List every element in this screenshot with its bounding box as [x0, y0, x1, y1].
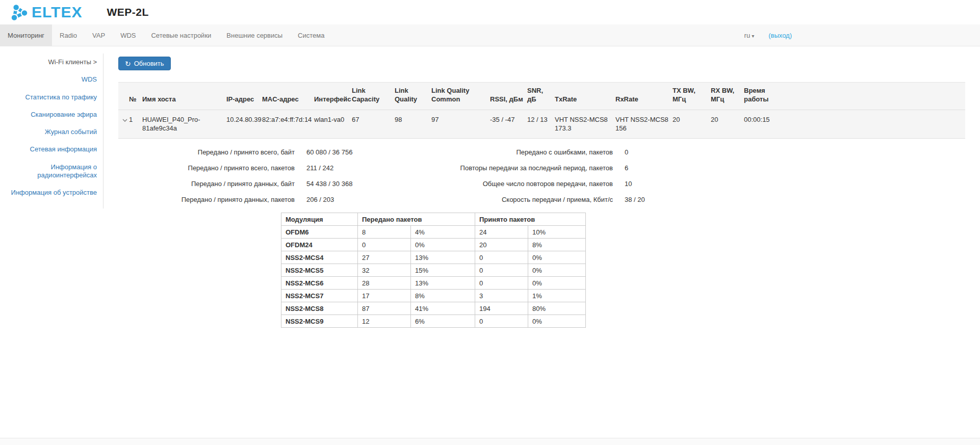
- rx-pct: 0%: [528, 315, 586, 328]
- refresh-button-label: Обновить: [134, 60, 164, 67]
- stat-label: Скорость передачи / приема, Кбит/с: [423, 192, 613, 208]
- clients-header-row: № Имя хоста IP-адрес MAC-адрес Интерфейс…: [118, 83, 965, 110]
- client-snr: 12 / 13: [527, 110, 555, 138]
- tab-radio[interactable]: Radio: [52, 24, 85, 46]
- modulation-row: NSS2-MCS9 12 6% 0 0%: [281, 315, 586, 328]
- stat-label: Повторы передачи за последний период, па…: [423, 161, 613, 176]
- rx-count: 0: [475, 277, 528, 290]
- expander-column-header: [118, 83, 129, 110]
- eltex-logo-icon: [9, 3, 30, 22]
- sidebar-item-network-info[interactable]: Сетевая информация: [0, 141, 103, 158]
- col-hostname: Имя хоста: [142, 83, 226, 110]
- client-row[interactable]: 1 HUAWEI_P40_Pro-81afe9c34a 10.24.80.39 …: [118, 110, 965, 138]
- modulation-name: NSS2-MCS7: [281, 290, 358, 302]
- col-interface: Интерфейс: [314, 83, 352, 110]
- stat-label: Передано / принято всего, байт: [118, 145, 295, 161]
- mod-col-rx: Принято пакетов: [475, 213, 586, 226]
- sidebar-item-radio-interfaces-info[interactable]: Информация о радиоинтерфейсах: [0, 159, 103, 185]
- sidebar-item-event-log[interactable]: Журнал событий: [0, 123, 103, 141]
- tx-pct: 15%: [411, 264, 475, 277]
- stat-value: 0: [613, 145, 965, 161]
- tab-vap[interactable]: VAP: [85, 24, 113, 46]
- tab-wds[interactable]: WDS: [113, 24, 143, 46]
- sidebar-item-traffic-statistics[interactable]: Статистика по трафику: [0, 89, 103, 106]
- tx-count: 27: [358, 251, 411, 264]
- stat-label: Передано с ошибками, пакетов: [423, 145, 613, 161]
- tab-system[interactable]: Система: [290, 24, 332, 46]
- rx-count: 0: [475, 315, 528, 328]
- rx-pct: 1%: [528, 290, 586, 302]
- tx-count: 32: [358, 264, 411, 277]
- refresh-button[interactable]: ↻ Обновить: [118, 57, 171, 70]
- rx-count: 24: [475, 226, 528, 239]
- rx-count: 3: [475, 290, 528, 302]
- sidebar-item-device-info[interactable]: Информация об устройстве: [0, 184, 103, 201]
- stat-label: Передано / принято всего, пакетов: [118, 161, 295, 176]
- tx-pct: 6%: [411, 315, 475, 328]
- language-value: ru: [744, 32, 751, 39]
- modulation-table-wrap: Модуляция Передано пакетов Принято пакет…: [281, 213, 965, 328]
- chevron-down-icon: [122, 119, 127, 122]
- client-rx-bw: 20: [711, 110, 744, 138]
- tx-count: 0: [358, 239, 411, 251]
- tx-count: 12: [358, 315, 411, 328]
- rx-pct: 0%: [528, 264, 586, 277]
- col-rx-bw: RX BW, МГц: [711, 83, 744, 110]
- nav-right: ru▾ (выход): [744, 24, 792, 46]
- stat-value: 60 080 / 36 756: [295, 145, 423, 161]
- client-num: 1: [129, 110, 142, 138]
- sidebar-item-wifi-clients[interactable]: Wi-Fi клиенты >: [0, 54, 103, 71]
- client-rxrate: VHT NSS2-MCS8 156: [615, 110, 673, 138]
- rx-count: 0: [475, 251, 528, 264]
- stat-value: 54 438 / 30 368: [295, 176, 423, 192]
- col-tx-bw: TX BW, МГц: [673, 83, 711, 110]
- language-dropdown[interactable]: ru▾: [744, 32, 755, 39]
- stat-value: 6: [613, 161, 965, 176]
- row-expander[interactable]: [118, 110, 129, 138]
- client-mac: 82:a7:e4:ff:7d:14: [262, 110, 314, 138]
- col-snr: SNR, дБ: [527, 83, 555, 110]
- sidebar-item-air-scan[interactable]: Сканирование эфира: [0, 106, 103, 123]
- rx-pct: 8%: [528, 239, 586, 251]
- top-navbar: Мониторинг Radio VAP WDS Сетевые настрой…: [0, 24, 980, 46]
- nav-tabs: Мониторинг Radio VAP WDS Сетевые настрой…: [0, 24, 332, 46]
- modulation-row: OFDM6 8 4% 24 10%: [281, 226, 586, 239]
- modulation-name: OFDM6: [281, 226, 358, 239]
- rx-count: 20: [475, 239, 528, 251]
- mod-col-modulation: Модуляция: [281, 213, 358, 226]
- col-rssi: RSSI, дБм: [490, 83, 527, 110]
- rx-pct: 0%: [528, 277, 586, 290]
- tx-count: 8: [358, 226, 411, 239]
- modulation-row: NSS2-MCS7 17 8% 3 1%: [281, 290, 586, 302]
- logout-link[interactable]: (выход): [768, 32, 792, 39]
- col-uptime: Время работы: [744, 83, 965, 110]
- stat-value: 38 / 20: [613, 192, 965, 208]
- tab-network-settings[interactable]: Сетевые настройки: [143, 24, 219, 46]
- client-txrate: VHT NSS2-MCS8 173.3: [555, 110, 615, 138]
- modulation-name: OFDM24: [281, 239, 358, 251]
- tx-pct: 41%: [411, 302, 475, 315]
- client-hostname: HUAWEI_P40_Pro-81afe9c34a: [142, 110, 226, 138]
- tab-monitoring[interactable]: Мониторинг: [0, 24, 52, 46]
- modulation-row: NSS2-MCS4 27 13% 0 0%: [281, 251, 586, 264]
- tx-pct: 13%: [411, 277, 475, 290]
- tx-pct: 4%: [411, 226, 475, 239]
- client-rssi: -35 / -47: [490, 110, 527, 138]
- col-link-quality: Link Quality: [395, 83, 431, 110]
- stat-label: Общее число повторов передачи, пакетов: [423, 176, 613, 192]
- modulation-row: NSS2-MCS6 28 13% 0 0%: [281, 277, 586, 290]
- modulation-row: NSS2-MCS8 87 41% 194 80%: [281, 302, 586, 315]
- col-mac: MAC-адрес: [262, 83, 314, 110]
- stat-value: 211 / 242: [295, 161, 423, 176]
- tx-pct: 8%: [411, 290, 475, 302]
- wifi-clients-table: № Имя хоста IP-адрес MAC-адрес Интерфейс…: [118, 82, 965, 139]
- client-details: Передано / принято всего, байт 60 080 / …: [118, 139, 965, 208]
- sidebar-item-wds[interactable]: WDS: [0, 71, 103, 88]
- rx-count: 194: [475, 302, 528, 315]
- brand-text: ELTEX: [32, 5, 82, 20]
- modulation-row: NSS2-MCS5 32 15% 0 0%: [281, 264, 586, 277]
- col-link-quality-common: Link Quality Common: [431, 83, 490, 110]
- tab-external-services[interactable]: Внешние сервисы: [219, 24, 290, 46]
- client-link-capacity: 67: [352, 110, 395, 138]
- client-interface: wlan1-va0: [314, 110, 352, 138]
